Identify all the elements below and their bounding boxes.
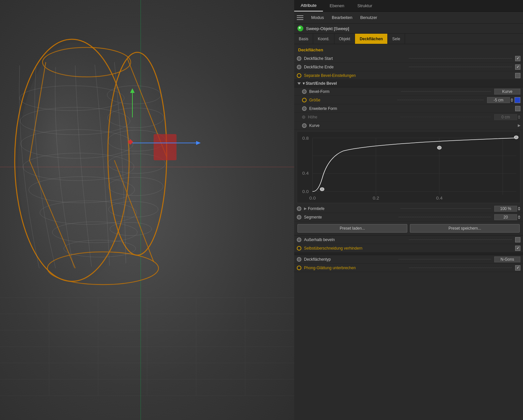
prop-value-segmente[interactable]: 20 [494, 214, 517, 220]
prop-ausserhalb-beveln: Außerhalb beveln [294, 236, 523, 244]
prop-value-deckflachentyp[interactable]: N-Gons [494, 256, 520, 262]
dots-line-1 [409, 58, 512, 59]
viewport-3d[interactable] [0, 0, 294, 420]
prop-label-deckflachentyp: Deckflächentyp [304, 257, 396, 262]
dots-line-ausserhalb [409, 239, 512, 240]
object-title-row: Sweep-Objekt [Sweep] [294, 24, 523, 34]
menu-bearbeiten[interactable]: Bearbeiten [328, 15, 356, 20]
subsection-start-ende-bevel[interactable]: ▾ Start/Ende Bevel [294, 80, 523, 87]
checkbox-bevel[interactable] [515, 73, 520, 78]
formtiefe-arrows[interactable] [518, 206, 520, 211]
preset-row: Preset laden... Preset speichern... [294, 221, 523, 236]
prop-kurve[interactable]: Kurve ▶ [294, 121, 523, 130]
segmente-arrows[interactable] [518, 215, 520, 219]
object-title-label: Sweep-Objekt [Sweep] [306, 26, 349, 31]
curve-chart[interactable]: 0.8 0.4 0.0 0.0 0.2 0.4 [297, 131, 520, 203]
arrow-up-hoehe-icon [518, 115, 520, 117]
tab-struktur[interactable]: Struktur [351, 0, 379, 11]
subtab-deckflaechen[interactable]: Deckflächen [355, 34, 388, 44]
arrow-down-segmente-icon[interactable] [518, 218, 520, 219]
groesse-value-wrapper: -5 cm [486, 97, 513, 103]
dots-line-4 [397, 100, 484, 100]
prop-dot-erweiterte[interactable] [302, 106, 307, 111]
prop-dot-kurve[interactable] [302, 123, 307, 128]
svg-point-49 [514, 136, 518, 139]
menu-modus[interactable]: Modus [307, 15, 328, 20]
svg-rect-38 [297, 131, 520, 203]
object-icon [297, 26, 303, 31]
subsection-label: ▾ Start/Ende Bevel [303, 81, 337, 86]
arrow-down-formtiefe-icon[interactable] [518, 209, 520, 211]
prop-dot-phong[interactable] [297, 266, 301, 270]
prop-dot-groesse[interactable] [302, 98, 307, 102]
color-swatch-groesse[interactable] [515, 97, 520, 103]
prop-label-bevel-form: Bevel-Form [309, 89, 399, 94]
prop-label-kurve: Kurve [309, 123, 413, 128]
subtab-koord[interactable]: Koord. [313, 34, 334, 44]
prop-label-hoehe: Höhe [308, 115, 398, 119]
prop-dot-deckflachentyp[interactable] [297, 257, 301, 262]
svg-point-47 [320, 187, 324, 191]
prop-dot-segmente[interactable] [297, 215, 301, 219]
subtab-basis[interactable]: Basis [294, 34, 313, 44]
prop-dot-hoehe [302, 115, 305, 119]
svg-text:0.4: 0.4 [436, 196, 443, 201]
prop-value-bevel-form[interactable]: Kurve [494, 89, 520, 95]
section-title-deckflaechen: Deckflächen [294, 44, 523, 54]
checkbox-start[interactable] [515, 56, 520, 61]
prop-groesse: Größe -5 cm [294, 96, 523, 104]
mesh-svg [10, 16, 232, 311]
svg-text:0.2: 0.2 [373, 196, 379, 201]
prop-deckflachentyp: Deckflächentyp N-Gons [294, 255, 523, 264]
prop-hoehe: Höhe 0 cm [294, 113, 523, 121]
y-axis-arrow[interactable] [130, 88, 135, 117]
tab-ebenen[interactable]: Ebenen [323, 0, 351, 11]
prop-bevel-form: Bevel-Form Kurve [294, 87, 523, 96]
prop-dot-selbst[interactable] [297, 246, 301, 251]
menu-benutzer[interactable]: Benutzer [356, 15, 381, 20]
prop-label-selbst: Selbstüberschneidung verhindern [304, 246, 514, 251]
prop-label-phong: Phong-Glättung unterbrechen [304, 266, 407, 270]
dots-line-formtiefe [400, 208, 491, 209]
prop-dot-formtiefe[interactable] [297, 206, 301, 211]
prop-dot-start[interactable] [297, 56, 301, 61]
prop-label-ausserhalb: Außerhalb beveln [304, 237, 407, 242]
hoehe-value-wrapper: 0 cm [493, 114, 520, 120]
checkbox-phong[interactable] [515, 265, 520, 271]
arrow-down-icon[interactable] [511, 100, 513, 102]
prop-value-formtiefe[interactable]: 100 % [494, 206, 517, 212]
svg-text:0.0: 0.0 [302, 189, 309, 194]
prop-value-groesse[interactable]: -5 cm [487, 97, 510, 103]
z-axis-arrow[interactable] [132, 143, 196, 143]
properties-panel: Attribute Ebenen Struktur Modus Bearbeit… [294, 0, 523, 420]
subtab-objekt[interactable]: Objekt [334, 34, 355, 44]
groesse-arrows[interactable] [511, 98, 513, 102]
checkbox-ende[interactable] [515, 64, 520, 70]
prop-selbst: Selbstüberschneidung verhindern [294, 244, 523, 253]
prop-phong: Phong-Glättung unterbrechen [294, 264, 523, 272]
arrow-up-segmente-icon[interactable] [518, 215, 520, 217]
main-tab-bar: Attribute Ebenen Struktur [294, 0, 523, 12]
formtiefe-expand-icon[interactable]: ▶ [304, 206, 307, 211]
preset-save-button[interactable]: Preset speichern... [410, 224, 520, 233]
checkbox-erweiterte[interactable] [515, 106, 520, 111]
prop-label-groesse: Größe [309, 98, 396, 102]
prop-segmente: Segmente 20 [294, 213, 523, 221]
prop-dot-bevel[interactable] [297, 73, 301, 78]
subtab-sele[interactable]: Sele [388, 34, 405, 44]
hamburger-icon[interactable] [297, 15, 303, 20]
prop-label-segmente: Segmente [304, 215, 396, 219]
checkbox-ausserhalb[interactable] [515, 237, 520, 242]
triangle-down-icon [297, 82, 301, 85]
checkbox-selbst[interactable] [515, 246, 520, 251]
prop-dot-bevel-form[interactable] [302, 89, 307, 94]
arrow-up-formtiefe-icon[interactable] [518, 207, 520, 208]
prop-erweiterte-form: Erweiterte Form [294, 104, 523, 113]
dots-line-phong [409, 268, 512, 268]
preset-load-button[interactable]: Preset laden... [297, 224, 407, 233]
prop-dot-ausserhalb[interactable] [297, 237, 301, 242]
arrow-up-icon[interactable] [511, 98, 513, 100]
kurve-expand-icon[interactable]: ▶ [518, 123, 520, 128]
tab-attribute[interactable]: Attribute [294, 0, 323, 11]
prop-dot-ende[interactable] [297, 65, 301, 69]
